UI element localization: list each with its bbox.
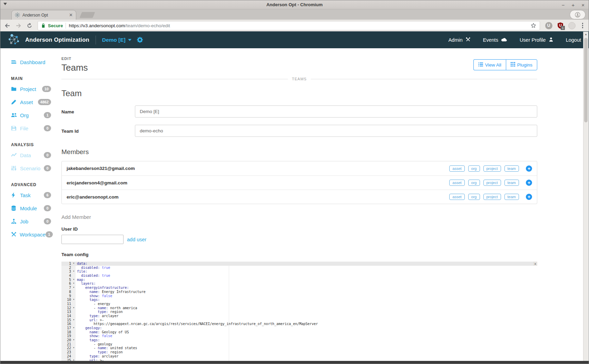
code-line: 15▾ url: >-	[61, 318, 537, 322]
sidebar: DashboardMAINProject10Asset4862Org1File0…	[0, 48, 57, 364]
browser-menu-icon[interactable]	[581, 23, 585, 28]
member-permission-org[interactable]: org	[468, 165, 480, 172]
extension-u-icon[interactable]: U	[545, 22, 552, 29]
scrollbar-up-icon[interactable]: ▲	[583, 32, 588, 37]
member-permission-team[interactable]: team	[504, 165, 519, 172]
dashboard-icon	[11, 59, 17, 65]
bookmark-star-icon[interactable]	[531, 23, 536, 28]
editor-scrollbar[interactable]: ▲	[533, 262, 537, 364]
sidebar-item-scenario[interactable]: Scenario0	[0, 162, 57, 175]
fold-arrow-icon[interactable]: ▾	[73, 281, 75, 285]
add-permission-icon[interactable]: +	[526, 165, 532, 172]
sidebar-item-file[interactable]: File0	[0, 122, 57, 135]
sidebar-item-label: Org	[20, 112, 29, 118]
sliders-icon	[11, 165, 17, 171]
count-badge: 0	[44, 205, 51, 211]
browser-tab[interactable]: Anderson Opt ✕	[11, 10, 76, 20]
sidebar-item-module[interactable]: Module0	[0, 202, 57, 215]
fold-arrow-icon[interactable]: ▾	[73, 262, 75, 265]
team-settings-gear-icon[interactable]	[137, 37, 143, 43]
fold-arrow-icon[interactable]: ▾	[73, 306, 75, 310]
member-row: ericjanderson4@gmail.comassetorgprojectt…	[62, 175, 537, 190]
view-all-button[interactable]: View All	[473, 59, 506, 70]
page-scrollbar[interactable]: ▲	[583, 32, 588, 363]
sidebar-item-label: Project	[20, 86, 36, 92]
reload-button[interactable]	[27, 23, 32, 29]
sidebar-item-job[interactable]: Job0	[0, 215, 57, 228]
member-permission-team[interactable]: team	[504, 194, 519, 200]
member-permission-asset[interactable]: asset	[449, 165, 464, 172]
member-email: eric@andersonopt.com	[67, 194, 118, 200]
editor-scroll-up-icon[interactable]: ▲	[533, 262, 537, 266]
count-badge: 0	[44, 125, 51, 131]
fold-arrow-icon[interactable]: ▾	[73, 346, 75, 350]
sidebar-item-label: Workspace	[20, 232, 46, 237]
fold-arrow-icon[interactable]: ▾	[73, 297, 75, 302]
member-permission-project[interactable]: project	[483, 194, 501, 200]
forward-button[interactable]	[16, 23, 21, 29]
team-id-field[interactable]	[135, 125, 537, 137]
url-text[interactable]: https://v3.andersonopt.com/team/demo-ech…	[69, 22, 170, 29]
url-bar[interactable]: Secure https://v3.andersonopt.com/team/d…	[38, 21, 540, 30]
code-text: type: arclayer	[76, 314, 118, 318]
fold-arrow-icon[interactable]: ▾	[73, 277, 75, 282]
maximize-button[interactable]: +	[571, 2, 575, 8]
fold-arrow-icon[interactable]: ▾	[73, 318, 75, 322]
back-button[interactable]	[4, 23, 10, 29]
secure-lock-icon[interactable]	[41, 23, 45, 28]
member-permission-org[interactable]: org	[468, 194, 480, 200]
add-user-link[interactable]: add user	[127, 237, 146, 242]
main-content: EDIT Teams View All Plugins	[57, 48, 537, 364]
nav-logout[interactable]: Logout	[566, 37, 581, 43]
count-badge: 6	[44, 192, 51, 198]
cloud-icon	[501, 37, 507, 43]
team-config-editor[interactable]: 1▾data:2 disabled: true3▾file:4 disabled…	[61, 262, 537, 364]
code-text: show: false	[76, 294, 112, 298]
member-permission-asset[interactable]: asset	[449, 194, 464, 200]
nav-events[interactable]: Events	[483, 37, 507, 43]
minimize-button[interactable]: −	[562, 2, 565, 8]
fold-arrow-icon[interactable]: ▾	[73, 285, 75, 290]
nav-user-profile[interactable]: User Profile	[520, 37, 553, 43]
tab-close-icon[interactable]: ✕	[69, 12, 73, 18]
member-permission-asset[interactable]: asset	[449, 180, 464, 186]
add-permission-icon[interactable]: +	[526, 180, 532, 186]
page-title: Teams	[61, 62, 88, 73]
member-permission-project[interactable]: project	[483, 165, 501, 172]
nav-admin[interactable]: Admin	[448, 37, 470, 43]
extension-disabled-icon[interactable]	[568, 22, 576, 29]
code-text: - name: united states	[76, 346, 137, 350]
user-id-field[interactable]	[61, 235, 124, 244]
fold-arrow-icon[interactable]: ▾	[73, 326, 75, 330]
sidebar-item-asset[interactable]: Asset4862	[0, 95, 57, 109]
name-field[interactable]	[135, 105, 537, 118]
fold-arrow-icon[interactable]: ▾	[73, 269, 75, 273]
line-number: 20▾	[61, 338, 76, 342]
members-title: Members	[61, 148, 537, 156]
browser-profile-button[interactable]	[570, 10, 586, 19]
window-title: Anderson Opt - Chromium	[0, 2, 589, 7]
code-text: layers:	[76, 282, 96, 286]
sidebar-item-project[interactable]: Project10	[0, 82, 57, 95]
list-icon	[478, 62, 483, 68]
sidebar-item-org[interactable]: Org1	[0, 109, 57, 122]
sidebar-item-workspace[interactable]: Workspace1	[0, 228, 57, 241]
plugins-button[interactable]: Plugins	[506, 59, 537, 70]
team-selector-dropdown[interactable]: Demo [E]	[102, 37, 131, 43]
count-badge: 4862	[38, 99, 51, 105]
sidebar-item-label: Scenario	[20, 165, 40, 171]
member-permission-team[interactable]: team	[504, 180, 519, 186]
ublock-extension-icon[interactable]: 1	[558, 22, 563, 29]
member-permission-project[interactable]: project	[483, 180, 501, 186]
sidebar-item-dashboard[interactable]: Dashboard	[0, 55, 57, 69]
sidebar-item-data[interactable]: Data0	[0, 149, 57, 162]
new-tab-button[interactable]	[80, 12, 95, 18]
add-permission-icon[interactable]: +	[526, 194, 532, 200]
close-button[interactable]: ×	[581, 2, 585, 8]
fold-arrow-icon[interactable]: ▾	[73, 338, 75, 342]
code-text: energyinfrastructure:	[76, 286, 129, 290]
sidebar-item-task[interactable]: Task6	[0, 189, 57, 202]
scrollbar-thumb[interactable]	[584, 38, 588, 122]
member-permission-org[interactable]: org	[468, 180, 480, 186]
app-logo-icon[interactable]	[7, 33, 20, 47]
